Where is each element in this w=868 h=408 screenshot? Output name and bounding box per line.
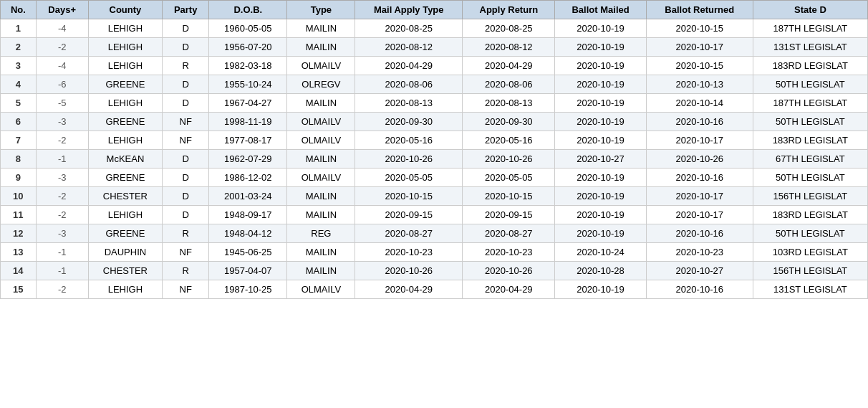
- cell-ballot-returned: 2020-10-27: [646, 262, 753, 280]
- cell-state: 187TH LEGISLAT: [753, 19, 867, 38]
- cell-ballot-returned: 2020-10-14: [646, 94, 753, 113]
- cell-ballot-returned: 2020-10-17: [646, 38, 753, 57]
- col-header-apply-return: Apply Return: [463, 1, 555, 19]
- cell-no: 5: [1, 94, 37, 113]
- cell-days: -3: [36, 113, 88, 131]
- cell-mail-apply-type: 2020-08-27: [355, 224, 463, 243]
- cell-days: -4: [36, 19, 88, 38]
- cell-no: 14: [1, 262, 37, 280]
- cell-county: GREENE: [88, 75, 163, 94]
- table-row: 6-3GREENENF1998-11-19OLMAILV2020-09-3020…: [1, 113, 868, 131]
- cell-mail-apply-type: 2020-08-25: [355, 19, 463, 38]
- cell-no: 12: [1, 224, 37, 243]
- cell-state: 156TH LEGISLAT: [753, 262, 867, 280]
- cell-days: -3: [36, 224, 88, 243]
- cell-type: MAILIN: [287, 94, 355, 113]
- cell-dob: 1960-05-05: [209, 19, 287, 38]
- cell-type: OLREGV: [287, 75, 355, 94]
- cell-dob: 1948-09-17: [209, 206, 287, 224]
- cell-type: MAILIN: [287, 38, 355, 57]
- cell-county: GREENE: [88, 224, 163, 243]
- cell-type: MAILIN: [287, 187, 355, 206]
- col-header-type: Type: [287, 1, 355, 19]
- cell-party: NF: [163, 113, 209, 131]
- cell-type: OLMAILV: [287, 169, 355, 187]
- cell-apply-return: 2020-10-15: [463, 187, 555, 206]
- cell-state: 50TH LEGISLAT: [753, 75, 867, 94]
- cell-mail-apply-type: 2020-10-26: [355, 262, 463, 280]
- cell-days: -1: [36, 262, 88, 280]
- cell-ballot-mailed: 2020-10-19: [555, 224, 646, 243]
- cell-mail-apply-type: 2020-09-15: [355, 206, 463, 224]
- cell-apply-return: 2020-08-06: [463, 75, 555, 94]
- col-header-party: Party: [163, 1, 209, 19]
- cell-county: McKEAN: [88, 150, 163, 169]
- table-row: 9-3GREENED1986-12-02OLMAILV2020-05-05202…: [1, 169, 868, 187]
- cell-dob: 1945-06-25: [209, 243, 287, 262]
- cell-county: GREENE: [88, 169, 163, 187]
- table-row: 12-3GREENER1948-04-12REG2020-08-272020-0…: [1, 224, 868, 243]
- table-row: 3-4LEHIGHR1982-03-18OLMAILV2020-04-29202…: [1, 57, 868, 75]
- cell-state: 50TH LEGISLAT: [753, 113, 867, 131]
- cell-county: LEHIGH: [88, 94, 163, 113]
- cell-party: NF: [163, 131, 209, 150]
- cell-dob: 1957-04-07: [209, 262, 287, 280]
- cell-apply-return: 2020-10-23: [463, 243, 555, 262]
- cell-ballot-mailed: 2020-10-19: [555, 57, 646, 75]
- cell-county: LEHIGH: [88, 19, 163, 38]
- col-header-county: County: [88, 1, 163, 19]
- cell-county: DAUPHIN: [88, 243, 163, 262]
- cell-days: -6: [36, 75, 88, 94]
- cell-state: 67TH LEGISLAT: [753, 150, 867, 169]
- cell-no: 6: [1, 113, 37, 131]
- cell-type: OLMAILV: [287, 113, 355, 131]
- cell-ballot-mailed: 2020-10-24: [555, 243, 646, 262]
- cell-no: 4: [1, 75, 37, 94]
- cell-ballot-mailed: 2020-10-19: [555, 75, 646, 94]
- cell-ballot-mailed: 2020-10-19: [555, 280, 646, 299]
- cell-ballot-mailed: 2020-10-19: [555, 113, 646, 131]
- main-table: No. Days+ County Party D.O.B. Type Mail …: [0, 0, 868, 299]
- cell-apply-return: 2020-04-29: [463, 57, 555, 75]
- table-row: 2-2LEHIGHD1956-07-20MAILIN2020-08-122020…: [1, 38, 868, 57]
- cell-type: REG: [287, 224, 355, 243]
- cell-ballot-mailed: 2020-10-27: [555, 150, 646, 169]
- cell-ballot-returned: 2020-10-26: [646, 150, 753, 169]
- cell-ballot-returned: 2020-10-16: [646, 280, 753, 299]
- cell-state: 156TH LEGISLAT: [753, 187, 867, 206]
- cell-ballot-mailed: 2020-10-19: [555, 206, 646, 224]
- cell-no: 10: [1, 187, 37, 206]
- cell-apply-return: 2020-04-29: [463, 280, 555, 299]
- cell-ballot-returned: 2020-10-16: [646, 224, 753, 243]
- cell-state: 103RD LEGISLAT: [753, 243, 867, 262]
- cell-apply-return: 2020-09-15: [463, 206, 555, 224]
- col-header-no: No.: [1, 1, 37, 19]
- cell-days: -1: [36, 150, 88, 169]
- cell-type: MAILIN: [287, 19, 355, 38]
- cell-days: -2: [36, 187, 88, 206]
- cell-type: MAILIN: [287, 243, 355, 262]
- cell-days: -2: [36, 131, 88, 150]
- cell-party: D: [163, 206, 209, 224]
- cell-mail-apply-type: 2020-10-15: [355, 187, 463, 206]
- cell-mail-apply-type: 2020-10-26: [355, 150, 463, 169]
- cell-days: -2: [36, 38, 88, 57]
- cell-party: D: [163, 187, 209, 206]
- col-header-dob: D.O.B.: [209, 1, 287, 19]
- cell-dob: 1986-12-02: [209, 169, 287, 187]
- cell-ballot-returned: 2020-10-23: [646, 243, 753, 262]
- table-row: 4-6GREENED1955-10-24OLREGV2020-08-062020…: [1, 75, 868, 94]
- cell-ballot-returned: 2020-10-15: [646, 57, 753, 75]
- cell-no: 1: [1, 19, 37, 38]
- cell-apply-return: 2020-08-12: [463, 38, 555, 57]
- cell-county: LEHIGH: [88, 131, 163, 150]
- cell-party: D: [163, 94, 209, 113]
- cell-county: CHESTER: [88, 187, 163, 206]
- table-row: 10-2CHESTERD2001-03-24MAILIN2020-10-1520…: [1, 187, 868, 206]
- cell-ballot-mailed: 2020-10-19: [555, 187, 646, 206]
- cell-ballot-returned: 2020-10-16: [646, 169, 753, 187]
- cell-ballot-mailed: 2020-10-28: [555, 262, 646, 280]
- col-header-mail-apply-type: Mail Apply Type: [355, 1, 463, 19]
- cell-no: 13: [1, 243, 37, 262]
- cell-county: LEHIGH: [88, 38, 163, 57]
